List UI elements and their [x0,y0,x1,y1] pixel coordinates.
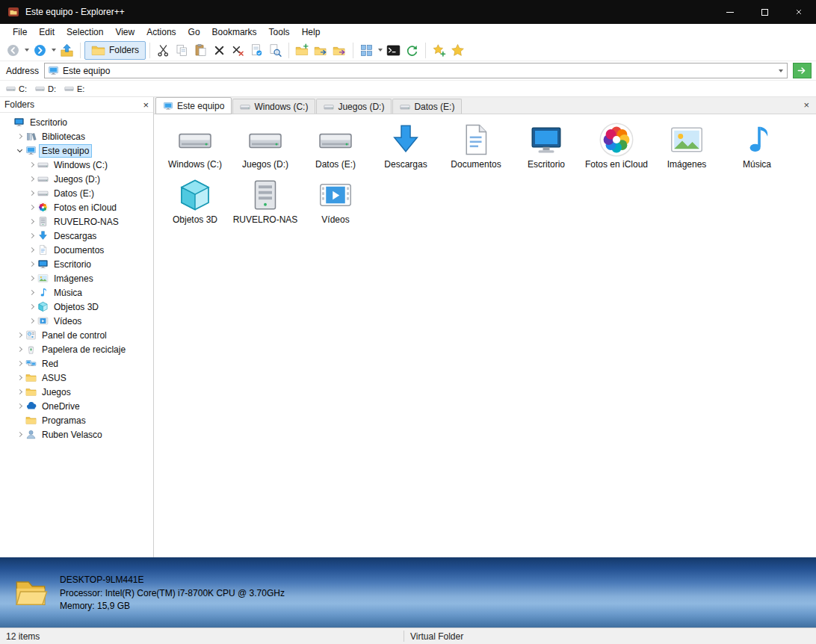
delete-permanently-button[interactable] [229,41,247,60]
up-button[interactable] [58,41,76,60]
expander-icon[interactable] [27,245,37,255]
tree-item[interactable]: OneDrive [0,399,153,413]
tree-item[interactable]: Juegos [0,385,153,399]
expander-icon[interactable] [15,430,25,439]
cut-button[interactable] [154,41,173,60]
delete-button[interactable] [210,41,229,60]
file-item[interactable]: Juegos (D:) [230,122,300,170]
file-item[interactable]: Windows (C:) [160,122,230,170]
drive-button-e[interactable]: E: [62,83,90,94]
tab-0[interactable]: Este equipo [155,97,232,114]
menu-help[interactable]: Help [296,25,327,39]
address-combobox[interactable]: Este equipo [44,63,788,78]
drive-button-c[interactable]: C: [4,83,33,94]
tree-item[interactable]: ASUS [0,371,153,385]
tree-item[interactable]: Red [0,356,153,371]
close-button[interactable] [782,0,816,24]
expander-icon[interactable] [27,188,37,198]
tree-item[interactable]: Música [0,285,153,300]
expander-icon[interactable] [27,217,37,226]
refresh-button[interactable] [403,41,421,60]
expander-icon[interactable] [27,160,37,170]
expander-icon[interactable] [15,359,25,368]
menu-edit[interactable]: Edit [33,25,61,39]
menu-tools[interactable]: Tools [263,25,296,39]
expander-icon[interactable] [15,330,25,340]
address-dropdown-icon[interactable] [774,64,787,78]
forward-button[interactable] [31,41,49,60]
expander-icon[interactable] [27,302,37,312]
folders-close-icon[interactable]: × [143,100,149,110]
expander-icon[interactable] [27,174,37,184]
tree-item[interactable]: Juegos (D:) [0,172,153,186]
tree-item[interactable]: Descargas [0,229,153,243]
new-folder-button[interactable] [293,41,312,60]
expander-icon[interactable] [15,344,25,354]
views-button[interactable] [357,41,376,60]
expander-icon[interactable] [15,131,25,141]
file-item[interactable]: Escritorio [511,122,581,170]
tree-item[interactable]: Windows (C:) [0,158,153,172]
tree-item[interactable]: Escritorio [0,115,153,129]
file-item[interactable]: Objetos 3D [160,177,230,225]
tree-item[interactable]: Papelera de reciclaje [0,342,153,356]
file-item[interactable]: Vídeos [300,177,371,225]
copy-to-button[interactable] [312,41,330,60]
folders-button[interactable]: Folders [84,41,146,60]
minimize-button[interactable] [713,0,747,24]
file-item[interactable]: Documentos [441,122,511,170]
command-prompt-button[interactable] [384,41,403,60]
go-button[interactable] [793,63,812,78]
add-bookmark-button[interactable] [430,41,448,60]
tab-2[interactable]: Juegos (D:) [316,99,392,114]
expander-icon[interactable] [15,401,25,411]
maximize-button[interactable] [747,0,782,24]
expander-icon[interactable] [15,387,25,397]
tab-close-icon[interactable]: × [803,99,809,111]
bookmarks-button[interactable] [448,41,467,60]
menu-bookmarks[interactable]: Bookmarks [206,25,263,39]
tree-item[interactable]: RUVELRO-NAS [0,214,153,229]
tree-item[interactable]: Programas [0,413,153,427]
menu-go[interactable]: Go [182,25,206,39]
forward-dropdown-icon[interactable] [49,41,58,60]
expander-icon[interactable] [27,288,37,297]
file-item[interactable]: RUVELRO-NAS [230,177,300,225]
tree-item[interactable]: Este equipo [0,143,153,158]
expander-icon[interactable] [27,273,37,283]
views-dropdown-icon[interactable] [376,41,384,60]
move-to-button[interactable] [330,41,349,60]
tree-item[interactable]: Panel de control [0,328,153,342]
copy-button[interactable] [173,41,191,60]
search-button[interactable] [266,41,285,60]
file-item[interactable]: Imágenes [652,122,722,170]
menu-file[interactable]: File [7,25,33,39]
expander-icon[interactable] [27,259,37,269]
paste-button[interactable] [191,41,210,60]
tree-item[interactable]: Imágenes [0,271,153,285]
expander-icon[interactable] [15,146,25,155]
tree-item[interactable]: Documentos [0,243,153,257]
back-button[interactable] [4,41,22,60]
tree-item[interactable]: Datos (E:) [0,186,153,200]
tree-item[interactable]: Ruben Velasco [0,427,153,442]
back-dropdown-icon[interactable] [22,41,31,60]
drive-button-d[interactable]: D: [33,83,62,94]
tree-item[interactable]: Vídeos [0,314,153,328]
menu-view[interactable]: View [109,25,140,39]
file-item[interactable]: Descargas [371,122,441,170]
tab-1[interactable]: Windows (C:) [232,99,315,114]
tree-item[interactable]: Objetos 3D [0,300,153,314]
expander-icon[interactable] [27,316,37,326]
file-item[interactable]: Fotos en iCloud [581,122,652,170]
expander-icon[interactable] [15,373,25,383]
tab-3[interactable]: Datos (E:) [392,99,462,114]
menu-selection[interactable]: Selection [61,25,109,39]
expander-icon[interactable] [27,231,37,241]
file-item[interactable]: Datos (E:) [300,122,371,170]
tree-item[interactable]: Escritorio [0,257,153,271]
menu-actions[interactable]: Actions [140,25,182,39]
file-item[interactable]: Música [722,122,792,170]
tree-item[interactable]: Fotos en iCloud [0,200,153,214]
properties-button[interactable] [247,41,266,60]
